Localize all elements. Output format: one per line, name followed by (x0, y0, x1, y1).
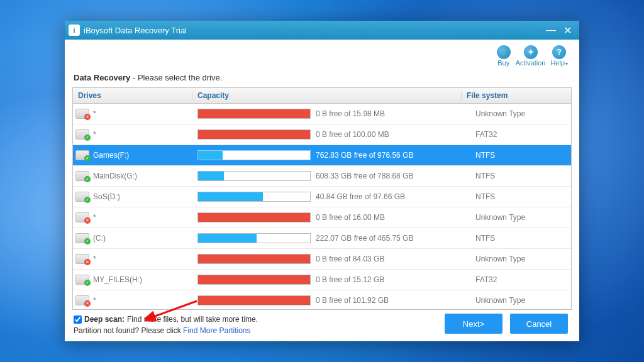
drive-name: * (93, 213, 96, 222)
drive-cell: ✕* (73, 212, 192, 222)
capacity-bar (197, 150, 311, 160)
col-header-capacity[interactable]: Capacity (192, 91, 462, 100)
capacity-bar (197, 171, 311, 181)
capacity-cell: 40.84 GB free of 97.66 GB (192, 192, 470, 202)
col-header-drives[interactable]: Drives (73, 91, 192, 100)
table-row[interactable]: ✓SoS(D:)40.84 GB free of 97.66 GBNTFS (73, 187, 571, 207)
drive-name: SoS(D:) (93, 192, 120, 201)
table-header-row: Drives Capacity File system (73, 88, 571, 104)
table-row[interactable]: ✕*0 B free of 16.00 MBUnknown Type (73, 207, 571, 228)
capacity-cell: 0 B free of 16.00 MB (192, 212, 470, 222)
dialog-button-row: Next> Cancel (445, 314, 568, 334)
deep-scan-label: Deep scan: (84, 315, 125, 324)
drive-cell: ✕* (73, 295, 192, 305)
drive-status-ok-icon: ✓ (84, 197, 91, 203)
capacity-bar (197, 129, 311, 140)
capacity-bar-fill (198, 213, 310, 222)
drive-cell: ✓Games(F:) (73, 150, 192, 160)
drive-status-error-icon: ✕ (84, 217, 91, 224)
drive-status-ok-icon: ✓ (84, 176, 91, 182)
capacity-bar-fill (198, 234, 257, 243)
filesystem-cell: Unknown Type (470, 109, 571, 118)
table-row[interactable]: ✓MY_FILES(H:)0 B free of 15.12 GBFAT32 (73, 270, 571, 290)
partition-prefix: Partition not found? Please click (74, 326, 183, 335)
drive-status-error-icon: ✕ (84, 259, 91, 265)
table-row[interactable]: ✓*0 B free of 100.00 MBFAT32 (73, 124, 571, 145)
buy-button[interactable]: 🛒 Buy (497, 45, 511, 67)
page-title: Data Recovery (74, 73, 130, 82)
drive-cell: ✕* (73, 109, 192, 119)
deep-scan-desc: Find more files, but will take more time… (127, 315, 258, 324)
capacity-text: 0 B free of 100.00 MB (316, 130, 389, 139)
top-actions: 🛒 Buy ✦ Activation ? Help (72, 43, 572, 70)
filesystem-cell: FAT32 (470, 130, 571, 139)
disk-icon: ✓ (75, 129, 89, 140)
table-row[interactable]: ✕*0 B free of 101.92 GBUnknown Type (73, 290, 571, 309)
disk-icon: ✕ (75, 109, 89, 119)
deep-scan-checkbox[interactable] (74, 315, 82, 324)
activation-label: Activation (516, 59, 546, 67)
filesystem-cell: NTFS (470, 172, 571, 180)
drive-name: * (93, 255, 96, 263)
capacity-cell: 0 B free of 101.92 GB (192, 295, 470, 305)
minimize-button[interactable]: — (543, 23, 559, 37)
drive-status-error-icon: ✕ (84, 300, 91, 307)
help-label: Help (550, 59, 568, 67)
capacity-cell: 0 B free of 100.00 MB (192, 129, 470, 140)
window-title: iBoysoft Data Recovery Trial (84, 26, 543, 35)
capacity-bar-fill (198, 255, 310, 263)
capacity-text: 222.07 GB free of 465.75 GB (316, 234, 413, 243)
capacity-text: 0 B free of 101.92 GB (316, 296, 389, 305)
filesystem-cell: Unknown Type (470, 213, 571, 222)
help-button[interactable]: ? Help (550, 45, 568, 67)
disk-icon: ✓ (75, 233, 89, 243)
capacity-bar (197, 275, 311, 285)
capacity-text: 40.84 GB free of 97.66 GB (316, 192, 405, 201)
activation-icon: ✦ (524, 45, 538, 59)
capacity-bar-fill (198, 151, 223, 160)
close-button[interactable]: ✕ (559, 23, 575, 37)
drive-status-ok-icon: ✓ (84, 155, 91, 162)
drive-name: MY_FILES(H:) (93, 275, 142, 284)
drive-status-ok-icon: ✓ (84, 280, 91, 286)
drive-name: Games(F:) (93, 151, 129, 160)
table-row[interactable]: ✓(C:)222.07 GB free of 465.75 GBNTFS (73, 228, 571, 249)
page-subtitle: - Please select the drive. (130, 73, 222, 82)
table-row[interactable]: ✓Games(F:)762.83 GB free of 976.56 GBNTF… (73, 145, 571, 166)
cancel-button[interactable]: Cancel (510, 314, 568, 334)
drive-name: (C:) (93, 234, 106, 243)
content-area: 🛒 Buy ✦ Activation ? Help Data Recovery … (65, 40, 579, 341)
capacity-text: 762.83 GB free of 976.56 GB (316, 151, 413, 160)
capacity-text: 0 B free of 15.98 MB (316, 109, 385, 118)
capacity-bar-fill (198, 192, 263, 201)
table-row[interactable]: ✕*0 B free of 15.98 MBUnknown Type (73, 104, 571, 124)
find-more-partitions-link[interactable]: Find More Partitions (183, 326, 250, 335)
titlebar: i iBoysoft Data Recovery Trial — ✕ (65, 21, 579, 40)
capacity-bar (197, 233, 311, 243)
cart-icon: 🛒 (497, 45, 511, 59)
disk-icon: ✕ (75, 212, 89, 222)
capacity-bar-fill (198, 130, 310, 139)
page-header: Data Recovery - Please select the drive. (72, 70, 572, 87)
filesystem-cell: Unknown Type (470, 296, 571, 305)
main-window: i iBoysoft Data Recovery Trial — ✕ 🛒 Buy… (65, 21, 579, 341)
drive-cell: ✓(C:) (73, 233, 192, 243)
capacity-bar-fill (198, 109, 310, 118)
drive-table: Drives Capacity File system ✕*0 B free o… (72, 87, 572, 310)
capacity-cell: 0 B free of 15.12 GB (192, 275, 470, 285)
disk-icon: ✓ (75, 171, 89, 181)
drive-cell: ✓* (73, 129, 192, 140)
table-row[interactable]: ✕*0 B free of 84.03 GBUnknown Type (73, 249, 571, 270)
capacity-text: 0 B free of 15.12 GB (316, 275, 384, 284)
capacity-bar (197, 192, 311, 202)
next-button[interactable]: Next> (445, 314, 502, 334)
capacity-bar (197, 212, 311, 222)
activation-button[interactable]: ✦ Activation (516, 45, 546, 67)
capacity-bar (197, 254, 311, 264)
capacity-text: 0 B free of 16.00 MB (316, 213, 385, 222)
table-row[interactable]: ✓MainDisk(G:)608.33 GB free of 788.68 GB… (73, 166, 571, 187)
capacity-bar (197, 295, 311, 305)
col-header-filesystem[interactable]: File system (462, 91, 562, 100)
capacity-cell: 0 B free of 84.03 GB (192, 254, 470, 264)
drive-table-body[interactable]: ✕*0 B free of 15.98 MBUnknown Type✓*0 B … (73, 104, 571, 309)
